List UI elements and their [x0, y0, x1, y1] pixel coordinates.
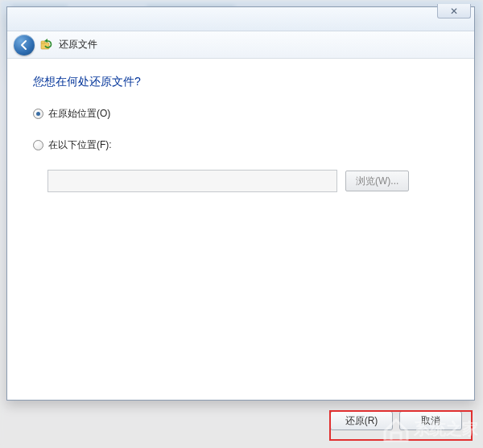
dialog-content: 您想在何处还原文件? 在原始位置(O) 在以下位置(F): 浏览(W)... — [7, 59, 474, 400]
custom-path-row: 浏览(W)... — [47, 170, 448, 192]
cancel-button[interactable]: 取消 — [399, 411, 462, 430]
radio-original[interactable] — [33, 109, 43, 119]
title-bar: ✕ — [7, 7, 474, 31]
back-arrow-icon — [19, 39, 30, 51]
nav-bar: 还原文件 — [7, 31, 474, 59]
back-button[interactable] — [14, 35, 35, 55]
option-custom-location[interactable]: 在以下位置(F): — [33, 138, 448, 152]
radio-original-label: 在原始位置(O) — [48, 107, 110, 121]
radio-custom-label: 在以下位置(F): — [48, 138, 112, 152]
restore-files-dialog: ✕ 还原文件 您想在何处还原文件? 在原始位置(O) 在以下位置(F): — [6, 6, 475, 401]
close-icon: ✕ — [450, 6, 458, 17]
dialog-footer: 还原(R) 取消 — [6, 405, 475, 437]
close-button[interactable]: ✕ — [437, 4, 471, 18]
nav-title: 还原文件 — [59, 38, 97, 51]
svg-rect-1 — [41, 41, 45, 43]
option-original-location[interactable]: 在原始位置(O) — [33, 107, 448, 121]
path-input[interactable] — [47, 170, 337, 192]
radio-custom[interactable] — [33, 140, 43, 150]
restore-files-icon — [39, 38, 54, 52]
restore-button[interactable]: 还原(R) — [330, 411, 393, 430]
page-heading: 您想在何处还原文件? — [33, 75, 448, 89]
browse-button[interactable]: 浏览(W)... — [345, 171, 409, 191]
